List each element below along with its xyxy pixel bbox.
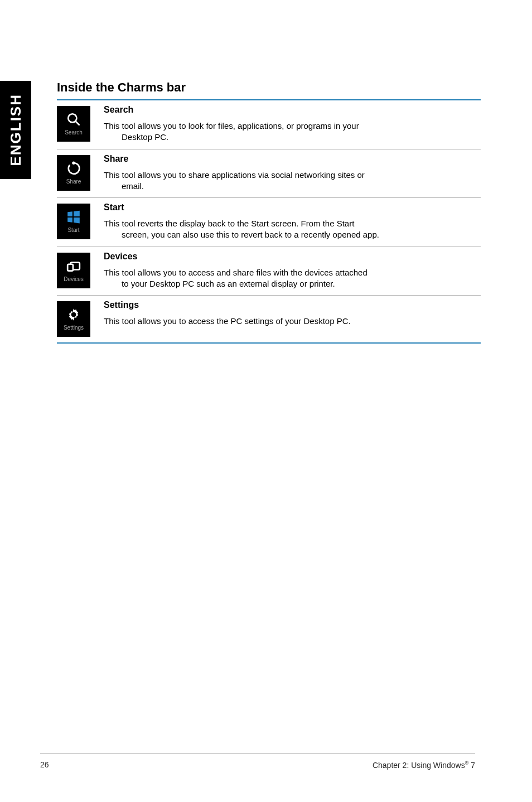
charm-row-settings: Settings Settings This tool allows you t…: [57, 296, 481, 342]
charm-desc-line1: This tool allows you to access the PC se…: [104, 316, 351, 326]
page-content: Inside the Charms bar Search Search This…: [57, 80, 481, 344]
svg-line-1: [75, 121, 79, 125]
charm-icon-cell: Start: [57, 201, 94, 241]
language-tab: ENGLISH: [0, 81, 31, 179]
charm-text-cell: Settings This tool allows you to access …: [94, 299, 481, 337]
share-icon: [66, 161, 81, 176]
footer: 26 Chapter 2: Using Windows® 7: [40, 760, 475, 770]
charm-heading-start: Start: [104, 202, 481, 212]
settings-gear-icon: [66, 307, 81, 322]
charm-icon-cell: Share: [57, 153, 94, 192]
charm-desc-line1: This tool allows you to share applicatio…: [104, 170, 365, 180]
charm-tile-label: Start: [67, 227, 79, 233]
section-title: Inside the Charms bar: [57, 80, 481, 95]
charm-desc: This tool reverts the display back to th…: [104, 218, 481, 241]
search-icon: [66, 112, 81, 127]
devices-charm-tile: Devices: [57, 253, 90, 288]
page-number: 26: [40, 760, 49, 770]
charm-tile-label: Devices: [64, 276, 84, 282]
share-charm-tile: Share: [57, 155, 90, 191]
charm-tile-label: Settings: [64, 325, 84, 331]
charm-desc-line2: email.: [104, 181, 144, 191]
charm-text-cell: Devices This tool allows you to access a…: [94, 250, 481, 290]
charms-table: Search Search This tool allows you to lo…: [57, 99, 481, 344]
charm-heading-search: Search: [104, 105, 481, 115]
charm-desc: This tool allows you to access the PC se…: [104, 316, 481, 327]
charm-text-cell: Share This tool allows you to share appl…: [94, 153, 481, 192]
charm-desc-line1: This tool allows you to look for files, …: [104, 121, 359, 131]
charm-heading-settings: Settings: [104, 300, 481, 310]
charm-icon-cell: Settings: [57, 299, 94, 337]
chapter-label: Chapter 2: Using Windows® 7: [373, 760, 475, 770]
charm-tile-label: Search: [65, 129, 83, 136]
charm-desc-line2: screen, you can also use this to revert …: [104, 230, 379, 239]
charm-tile-label: Share: [66, 178, 81, 185]
language-tab-text: ENGLISH: [7, 94, 25, 166]
charm-desc-line2: to your Desktop PC such as an external d…: [104, 279, 335, 288]
svg-point-2: [72, 161, 75, 164]
start-charm-tile: Start: [57, 204, 90, 239]
charm-heading-share: Share: [104, 154, 481, 164]
charm-text-cell: Search This tool allows you to look for …: [94, 104, 481, 143]
charm-icon-cell: Search: [57, 104, 94, 143]
search-charm-tile: Search: [57, 106, 90, 142]
charm-text-cell: Start This tool reverts the display back…: [94, 201, 481, 241]
charm-heading-devices: Devices: [104, 252, 481, 262]
settings-charm-tile: Settings: [57, 301, 90, 337]
charm-desc: This tool allows you to share applicatio…: [104, 170, 481, 192]
charm-row-search: Search Search This tool allows you to lo…: [57, 100, 481, 149]
charm-desc-line2: Desktop PC.: [104, 132, 168, 142]
svg-point-5: [72, 313, 76, 317]
devices-icon: [66, 259, 81, 273]
charm-desc-line1: This tool allows you to access and share…: [104, 268, 367, 277]
charm-row-start: Start Start This tool reverts the displa…: [57, 198, 481, 247]
charm-row-share: Share Share This tool allows you to shar…: [57, 149, 481, 199]
svg-rect-4: [67, 264, 73, 270]
chapter-suffix: 7: [468, 761, 475, 770]
charm-icon-cell: Devices: [57, 250, 94, 290]
charm-desc: This tool allows you to look for files, …: [104, 120, 481, 143]
footer-divider: [40, 753, 475, 755]
chapter-prefix: Chapter 2: Using Windows: [373, 761, 465, 770]
charm-desc-line1: This tool reverts the display back to th…: [104, 219, 354, 228]
charm-row-devices: Devices Devices This tool allows you to …: [57, 247, 481, 296]
windows-start-icon: [66, 210, 81, 224]
charm-desc: This tool allows you to access and share…: [104, 267, 481, 290]
